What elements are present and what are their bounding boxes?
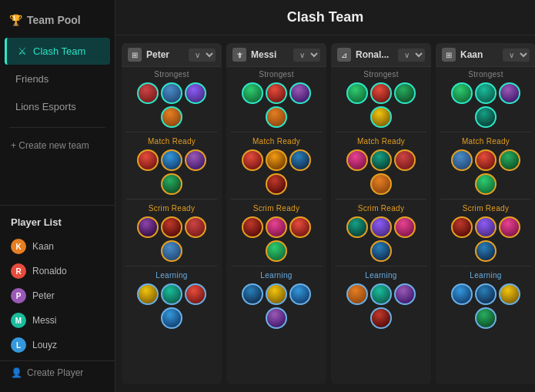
champion-icon[interactable] [289, 82, 311, 104]
player-list-title: Player List [0, 212, 115, 234]
player-item-peter[interactable]: PPeter [0, 283, 115, 308]
champion-icon[interactable] [451, 149, 473, 171]
champion-icon[interactable] [242, 149, 263, 171]
champion-icon[interactable] [370, 173, 392, 195]
champion-icon[interactable] [475, 307, 497, 329]
player-avatar: K [11, 239, 26, 254]
champion-icon[interactable] [137, 216, 159, 238]
champion-icon[interactable] [370, 149, 392, 171]
player-list-section: Player List KKaanRRonaldoPPeterMMessiLLo… [0, 205, 115, 384]
champion-icon[interactable] [137, 82, 159, 104]
champion-icon[interactable] [394, 283, 416, 305]
section-label-strongest: Strongest [331, 67, 431, 80]
player-name: Louyz [32, 340, 57, 350]
sidebar-item-lions-esports[interactable]: Lions Esports [5, 93, 110, 120]
champion-icon[interactable] [370, 82, 392, 104]
champion-icon[interactable] [266, 283, 287, 305]
champion-icon[interactable] [137, 283, 159, 305]
champion-grid [436, 147, 535, 197]
column-dropdown[interactable]: ∨ [503, 49, 530, 62]
team-icon: ⚔ [18, 45, 27, 57]
champion-icon[interactable] [499, 216, 520, 238]
champion-icon[interactable] [370, 240, 392, 262]
champion-icon[interactable] [242, 216, 263, 238]
player-name: Peter [32, 290, 55, 301]
champion-icon[interactable] [370, 307, 392, 329]
champion-icon[interactable] [161, 106, 182, 128]
champion-icon[interactable] [266, 216, 287, 238]
champion-icon[interactable] [242, 283, 263, 305]
champion-icon[interactable] [289, 283, 311, 305]
champion-icon[interactable] [289, 149, 311, 171]
player-item-ronaldo[interactable]: RRonaldo [0, 259, 115, 283]
player-item-louyz[interactable]: LLouyz [0, 333, 115, 357]
champion-icon[interactable] [185, 216, 206, 238]
sidebar-team-list: ⚔Clash TeamFriendsLions Esports [0, 37, 115, 121]
champion-icon[interactable] [475, 240, 497, 262]
champion-icon[interactable] [161, 283, 182, 305]
champion-icon[interactable] [266, 149, 287, 171]
champion-icon[interactable] [499, 283, 520, 305]
app-title: 🏆 Team Pool [0, 8, 115, 37]
champion-icon[interactable] [499, 149, 520, 171]
sidebar: 🏆 Team Pool ⚔Clash TeamFriendsLions Espo… [0, 0, 115, 392]
champion-icon[interactable] [266, 106, 287, 128]
champion-icon[interactable] [161, 216, 182, 238]
champion-icon[interactable] [475, 82, 497, 104]
champion-icon[interactable] [346, 82, 368, 104]
champion-icon[interactable] [137, 149, 159, 171]
champion-icon[interactable] [242, 82, 263, 104]
champion-icon[interactable] [185, 82, 206, 104]
champion-icon[interactable] [266, 173, 287, 195]
champion-icon[interactable] [475, 283, 497, 305]
champion-icon[interactable] [266, 240, 287, 262]
player-column-ronal: ⊿Ronal...∨StrongestMatch ReadyScrim Read… [331, 43, 431, 384]
champion-icon[interactable] [451, 82, 473, 104]
column-icon: 🗡 [232, 48, 246, 62]
champion-icon[interactable] [161, 307, 182, 329]
champion-icon[interactable] [394, 149, 416, 171]
column-name: Messi [251, 49, 276, 60]
champion-icon[interactable] [370, 216, 392, 238]
champion-icon[interactable] [475, 149, 497, 171]
player-item-kaan[interactable]: KKaan [0, 234, 115, 259]
player-column-kaan: ⊞Kaan∨StrongestMatch ReadyScrim ReadyLea… [436, 43, 535, 384]
champion-icon[interactable] [475, 173, 497, 195]
champion-icon[interactable] [161, 149, 182, 171]
champion-grid [226, 80, 326, 130]
champion-icon[interactable] [346, 216, 368, 238]
champion-icon[interactable] [475, 106, 497, 128]
champion-icon[interactable] [161, 173, 182, 195]
player-item-messi[interactable]: MMessi [0, 308, 115, 333]
champion-icon[interactable] [185, 149, 206, 171]
player-avatar: L [11, 337, 26, 353]
player-name: Ronaldo [32, 266, 67, 276]
champion-icon[interactable] [475, 216, 497, 238]
champion-icon[interactable] [161, 82, 182, 104]
champion-grid [331, 80, 431, 130]
champion-grid [331, 214, 431, 264]
champion-icon[interactable] [161, 240, 182, 262]
champion-icon[interactable] [266, 307, 287, 329]
create-player-button[interactable]: 👤 Create Player [0, 360, 115, 384]
section-divider [126, 199, 217, 199]
champion-icon[interactable] [346, 149, 368, 171]
champion-icon[interactable] [394, 216, 416, 238]
champion-icon[interactable] [266, 82, 287, 104]
create-new-team-button[interactable]: + Create new team [0, 134, 115, 157]
column-dropdown[interactable]: ∨ [293, 49, 320, 62]
champion-icon[interactable] [346, 283, 368, 305]
section-label-strongest: Strongest [122, 67, 222, 80]
column-dropdown[interactable]: ∨ [398, 49, 425, 62]
champion-icon[interactable] [370, 106, 392, 128]
champion-icon[interactable] [370, 283, 392, 305]
column-dropdown[interactable]: ∨ [189, 49, 216, 62]
champion-icon[interactable] [451, 216, 473, 238]
sidebar-item-clash-team[interactable]: ⚔Clash Team [5, 38, 110, 65]
sidebar-item-friends[interactable]: Friends [5, 65, 110, 92]
champion-icon[interactable] [499, 82, 520, 104]
champion-icon[interactable] [289, 216, 311, 238]
champion-icon[interactable] [451, 283, 473, 305]
champion-icon[interactable] [394, 82, 416, 104]
champion-icon[interactable] [185, 283, 206, 305]
